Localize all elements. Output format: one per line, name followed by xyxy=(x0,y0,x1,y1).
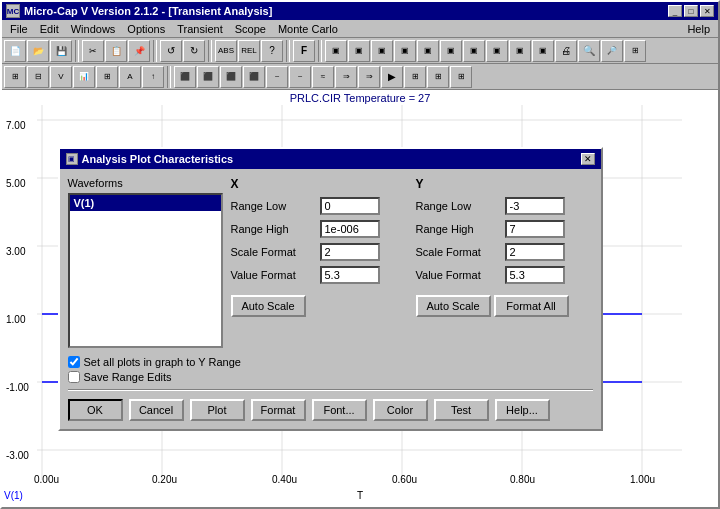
font-button[interactable]: Font... xyxy=(312,399,367,421)
tb2-b9[interactable]: ⬛ xyxy=(197,66,219,88)
tb-print[interactable]: 🖨 xyxy=(555,40,577,62)
tb-b10[interactable]: ▣ xyxy=(532,40,554,62)
help-button[interactable]: Help... xyxy=(495,399,550,421)
tb2-b20[interactable]: ⊞ xyxy=(450,66,472,88)
dialog-buttons: OK Cancel Plot Format Font... Color Test… xyxy=(68,395,593,421)
x-range-low-input[interactable] xyxy=(320,197,380,215)
tb-rel[interactable]: REL xyxy=(238,40,260,62)
tb-undo[interactable]: ↺ xyxy=(160,40,182,62)
tb2-b7[interactable]: ↑ xyxy=(142,66,164,88)
ok-button[interactable]: OK xyxy=(68,399,123,421)
cancel-button[interactable]: Cancel xyxy=(129,399,184,421)
close-button[interactable]: ✕ xyxy=(700,5,714,17)
tb-grid[interactable]: ⊞ xyxy=(624,40,646,62)
tb-cut[interactable]: ✂ xyxy=(82,40,104,62)
minimize-button[interactable]: _ xyxy=(668,5,682,17)
tb2-b5[interactable]: ⊞ xyxy=(96,66,118,88)
tb2-b8[interactable]: ⬛ xyxy=(174,66,196,88)
plot-button[interactable]: Plot xyxy=(190,399,245,421)
tb2-b4[interactable]: 📊 xyxy=(73,66,95,88)
menu-file[interactable]: File xyxy=(4,21,34,37)
x-label-1: 0.20u xyxy=(152,474,177,485)
tb-b2[interactable]: ▣ xyxy=(348,40,370,62)
test-button[interactable]: Test xyxy=(434,399,489,421)
tb-b7[interactable]: ▣ xyxy=(463,40,485,62)
tb-new[interactable]: 📄 xyxy=(4,40,26,62)
tb-copy[interactable]: 📋 xyxy=(105,40,127,62)
format-button[interactable]: Format xyxy=(251,399,306,421)
tb-b9[interactable]: ▣ xyxy=(509,40,531,62)
menu-scope[interactable]: Scope xyxy=(229,21,272,37)
x-label-4: 0.80u xyxy=(510,474,535,485)
y-range-high-input[interactable] xyxy=(505,220,565,238)
y-section: Y Range Low Range High Scale Format xyxy=(416,177,593,348)
x-scale-format-input[interactable] xyxy=(320,243,380,261)
tb2-b13[interactable]: ~ xyxy=(289,66,311,88)
tb-redo[interactable]: ↻ xyxy=(183,40,205,62)
dialog-close-button[interactable]: ✕ xyxy=(581,153,595,165)
set-all-plots-checkbox[interactable] xyxy=(68,356,80,368)
tb2-b10[interactable]: ⬛ xyxy=(220,66,242,88)
tb2-b3[interactable]: V xyxy=(50,66,72,88)
tb2-b15[interactable]: ⇒ xyxy=(335,66,357,88)
waveform-item-v1[interactable]: V(1) xyxy=(70,195,221,211)
waveforms-list[interactable]: V(1) xyxy=(68,193,223,348)
tb-zoom-out[interactable]: 🔎 xyxy=(601,40,623,62)
format-all-button[interactable]: Format All xyxy=(494,295,569,317)
toolbar-1: 📄 📂 💾 ✂ 📋 📌 ↺ ↻ ABS REL ? F ▣ ▣ ▣ ▣ ▣ ▣ … xyxy=(2,38,718,64)
tb2-b17[interactable]: ▶ xyxy=(381,66,403,88)
y-label-1: 1.00 xyxy=(6,314,25,325)
save-range-edits-checkbox[interactable] xyxy=(68,371,80,383)
menu-options[interactable]: Options xyxy=(121,21,171,37)
tb-save[interactable]: 💾 xyxy=(50,40,72,62)
tb-b6[interactable]: ▣ xyxy=(440,40,462,62)
menu-transient[interactable]: Transient xyxy=(171,21,228,37)
dialog-columns: Waveforms V(1) X Range Low xyxy=(68,177,593,348)
tb2-b2[interactable]: ⊟ xyxy=(27,66,49,88)
dialog-icon: ▣ xyxy=(66,153,78,165)
x-label-5: 1.00u xyxy=(630,474,655,485)
tb-b8[interactable]: ▣ xyxy=(486,40,508,62)
tb2-b1[interactable]: ⊞ xyxy=(4,66,26,88)
tb-abs[interactable]: ABS xyxy=(215,40,237,62)
tb-b3[interactable]: ▣ xyxy=(371,40,393,62)
tb2-b14[interactable]: ≈ xyxy=(312,66,334,88)
menu-help[interactable]: Help xyxy=(681,21,716,37)
tb2-b19[interactable]: ⊞ xyxy=(427,66,449,88)
tb-q[interactable]: ? xyxy=(261,40,283,62)
y-scale-format-input[interactable] xyxy=(505,243,565,261)
tb2-b16[interactable]: ⇒ xyxy=(358,66,380,88)
tb2-b6[interactable]: A xyxy=(119,66,141,88)
dialog-body: Waveforms V(1) X Range Low xyxy=(60,169,601,429)
menu-monte-carlo[interactable]: Monte Carlo xyxy=(272,21,344,37)
tb-sep-5 xyxy=(318,40,322,62)
dialog-title-bar: ▣ Analysis Plot Characteristics ✕ xyxy=(60,149,601,169)
x-range-high-input[interactable] xyxy=(320,220,380,238)
x-auto-scale-button[interactable]: Auto Scale xyxy=(231,295,306,317)
y-label-7: 7.00 xyxy=(6,120,25,131)
y-range-low-input[interactable] xyxy=(505,197,565,215)
tb-font[interactable]: F xyxy=(293,40,315,62)
tb-b5[interactable]: ▣ xyxy=(417,40,439,62)
y-value-format-input[interactable] xyxy=(505,266,565,284)
tb-paste[interactable]: 📌 xyxy=(128,40,150,62)
tb-zoom-in[interactable]: 🔍 xyxy=(578,40,600,62)
menu-windows[interactable]: Windows xyxy=(65,21,122,37)
tb-open[interactable]: 📂 xyxy=(27,40,49,62)
tb2-b12[interactable]: ~ xyxy=(266,66,288,88)
y-auto-scale-button[interactable]: Auto Scale xyxy=(416,295,491,317)
x-section: X Range Low Range High Scale Format xyxy=(231,177,408,348)
tb-b4[interactable]: ▣ xyxy=(394,40,416,62)
tb2-b11[interactable]: ⬛ xyxy=(243,66,265,88)
x-value-format-input[interactable] xyxy=(320,266,380,284)
menu-edit[interactable]: Edit xyxy=(34,21,65,37)
app-title: Micro-Cap V Version 2.1.2 - [Transient A… xyxy=(24,5,272,17)
app-icon: MC xyxy=(6,4,20,18)
tb-b1[interactable]: ▣ xyxy=(325,40,347,62)
tb-sep-2 xyxy=(153,40,157,62)
color-button[interactable]: Color xyxy=(373,399,428,421)
x-scale-format-row: Scale Format xyxy=(231,243,408,261)
maximize-button[interactable]: □ xyxy=(684,5,698,17)
toolbar-2: ⊞ ⊟ V 📊 ⊞ A ↑ ⬛ ⬛ ⬛ ⬛ ~ ~ ≈ ⇒ ⇒ ▶ ⊞ ⊞ ⊞ xyxy=(2,64,718,90)
tb2-b18[interactable]: ⊞ xyxy=(404,66,426,88)
